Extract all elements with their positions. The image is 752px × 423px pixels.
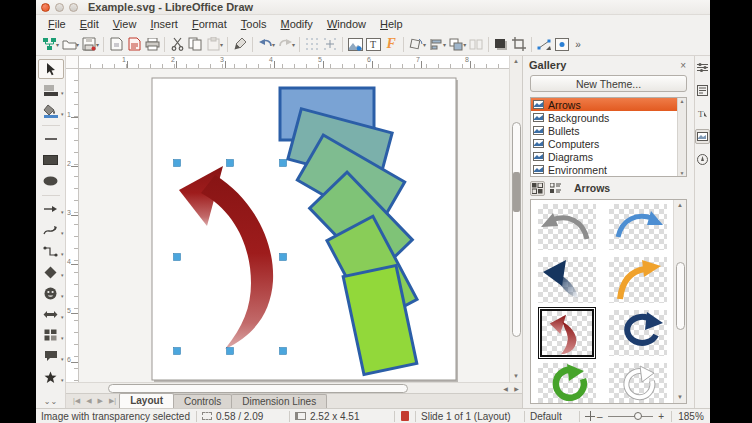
- open-icon[interactable]: [60, 35, 78, 53]
- clone-formatting-icon[interactable]: [231, 35, 249, 53]
- select-objects-icon[interactable]: [467, 35, 485, 53]
- flowchart-icon[interactable]: ▾: [38, 325, 64, 345]
- insert-image-icon[interactable]: [346, 35, 364, 53]
- export-pdf-icon[interactable]: [125, 35, 143, 53]
- scroll-right-icon[interactable]: ▶: [511, 385, 522, 392]
- theme-arrows[interactable]: Arrows: [531, 98, 686, 111]
- curve-icon[interactable]: ▾: [38, 220, 64, 240]
- window-close-button[interactable]: [41, 3, 50, 12]
- theme-environment[interactable]: Environment: [531, 163, 686, 176]
- menu-format[interactable]: Format: [185, 17, 234, 31]
- zoom-level[interactable]: 185%: [672, 411, 710, 422]
- save-icon[interactable]: [80, 35, 98, 53]
- theme-computers[interactable]: Computers: [531, 137, 686, 150]
- theme-diagrams[interactable]: Diagrams: [531, 150, 686, 163]
- shapes-tab-icon[interactable]: [695, 83, 710, 98]
- cut-icon[interactable]: [168, 35, 186, 53]
- lines-and-arrows-icon[interactable]: ▾: [38, 199, 64, 219]
- window-minimize-button[interactable]: [55, 3, 64, 12]
- horizontal-scrollbar-thumb[interactable]: [108, 384, 408, 393]
- insert-ole-object-icon[interactable]: [553, 35, 571, 53]
- gallery-tab-icon[interactable]: [695, 129, 710, 144]
- menu-file[interactable]: File: [41, 17, 73, 31]
- arrange-icon[interactable]: [447, 35, 465, 53]
- transformations-icon[interactable]: [407, 35, 425, 53]
- select-tool-icon[interactable]: [38, 59, 64, 79]
- horizontal-scrollbar[interactable]: ◀ ▶: [66, 382, 522, 393]
- display-grid-icon[interactable]: [303, 35, 321, 53]
- gallery-grid-scrollbar-thumb[interactable]: [676, 262, 685, 331]
- navigator-tab-icon[interactable]: [695, 152, 710, 167]
- shadow-icon[interactable]: [492, 35, 510, 53]
- gallery-close-icon[interactable]: ×: [678, 60, 688, 71]
- tab-layout[interactable]: Layout: [119, 393, 174, 408]
- zoom-in-button[interactable]: +: [656, 411, 666, 422]
- drawing-canvas[interactable]: [79, 69, 509, 382]
- cursor-position[interactable]: 0.58 / 2.09: [197, 411, 289, 422]
- menu-view[interactable]: View: [106, 17, 144, 31]
- print-icon[interactable]: [143, 35, 161, 53]
- next-layer-icon[interactable]: ▶: [95, 394, 106, 408]
- gallery-grid-scrollbar[interactable]: ▲ ▼: [673, 200, 686, 403]
- theme-list-scrollbar[interactable]: ▲▼: [677, 98, 686, 176]
- menu-tools[interactable]: Tools: [234, 17, 274, 31]
- scroll-down-icon[interactable]: ▼: [513, 371, 519, 382]
- ellipse-icon[interactable]: [38, 171, 64, 191]
- last-layer-icon[interactable]: ▶|: [106, 394, 119, 408]
- theme-backgrounds[interactable]: Backgrounds: [531, 111, 686, 124]
- thumb-navy-straight-arrow[interactable]: [531, 253, 602, 306]
- block-arrows-icon[interactable]: ▾: [38, 304, 64, 324]
- first-layer-icon[interactable]: |◀: [70, 394, 83, 408]
- tab-controls[interactable]: Controls: [173, 394, 232, 408]
- menu-help[interactable]: Help: [373, 17, 410, 31]
- crop-image-icon[interactable]: [510, 35, 528, 53]
- undo-icon[interactable]: [256, 35, 274, 53]
- document-modified[interactable]: [395, 411, 415, 421]
- page-style[interactable]: Default: [525, 411, 579, 422]
- thumb-green-circular-arrow[interactable]: [531, 359, 602, 404]
- stars-icon[interactable]: ▾: [38, 367, 64, 387]
- toolbar-overflow-button[interactable]: »: [575, 39, 581, 50]
- menu-modify[interactable]: Modify: [273, 17, 319, 31]
- theme-bullets[interactable]: Bullets: [531, 124, 686, 137]
- line-and-filling-icon[interactable]: ▾: [38, 80, 64, 100]
- menu-window[interactable]: Window: [320, 17, 373, 31]
- styles-tab-icon[interactable]: T: [695, 106, 710, 121]
- zoom-slider[interactable]: [608, 411, 654, 422]
- insert-line-icon[interactable]: [38, 129, 64, 149]
- previous-layer-icon[interactable]: ◀: [83, 394, 94, 408]
- symbol-shapes-icon[interactable]: ▾: [38, 283, 64, 303]
- scroll-up-icon[interactable]: ▲: [513, 56, 519, 67]
- thumb-outline-circular-arrow[interactable]: [602, 359, 673, 404]
- menu-edit[interactable]: Edit: [73, 17, 106, 31]
- tab-dimension-lines[interactable]: Dimension Lines: [231, 394, 327, 408]
- thumb-red-curved-arrow[interactable]: [531, 306, 602, 359]
- window-maximize-button[interactable]: [69, 3, 78, 12]
- export-icon[interactable]: [107, 35, 125, 53]
- new-theme-button[interactable]: New Theme...: [530, 75, 687, 92]
- paste-icon[interactable]: [204, 35, 222, 53]
- insert-text-box-icon[interactable]: T: [364, 35, 382, 53]
- zoom-slider-handle[interactable]: [634, 412, 642, 420]
- callouts-icon[interactable]: ▾: [38, 346, 64, 366]
- zoom-out-button[interactable]: –: [595, 411, 605, 422]
- icon-view-icon[interactable]: [530, 181, 545, 196]
- menu-insert[interactable]: Insert: [143, 17, 185, 31]
- redo-icon[interactable]: [276, 35, 294, 53]
- rectangle-icon[interactable]: [38, 150, 64, 170]
- fit-slide-icon[interactable]: [585, 411, 595, 421]
- fill-color-icon[interactable]: ▾: [38, 101, 64, 121]
- vertical-scrollbar[interactable]: ▲ ▼: [509, 56, 522, 382]
- new-drawing-icon[interactable]: [40, 35, 58, 53]
- snap-to-grid-icon[interactable]: [321, 35, 339, 53]
- thumb-navy-circular-arrow[interactable]: [602, 306, 673, 359]
- basic-shapes-icon[interactable]: ▾: [38, 262, 64, 282]
- copy-icon[interactable]: [186, 35, 204, 53]
- detailed-view-icon[interactable]: [548, 181, 563, 196]
- fontwork-icon[interactable]: F: [382, 35, 400, 53]
- scroll-left-icon[interactable]: ◀: [500, 385, 511, 392]
- align-objects-icon[interactable]: [427, 35, 445, 53]
- thumb-blue-curved-arrow[interactable]: [602, 200, 673, 253]
- connector-icon[interactable]: ▾: [38, 241, 64, 261]
- thumb-orange-curved-arrow[interactable]: [602, 253, 673, 306]
